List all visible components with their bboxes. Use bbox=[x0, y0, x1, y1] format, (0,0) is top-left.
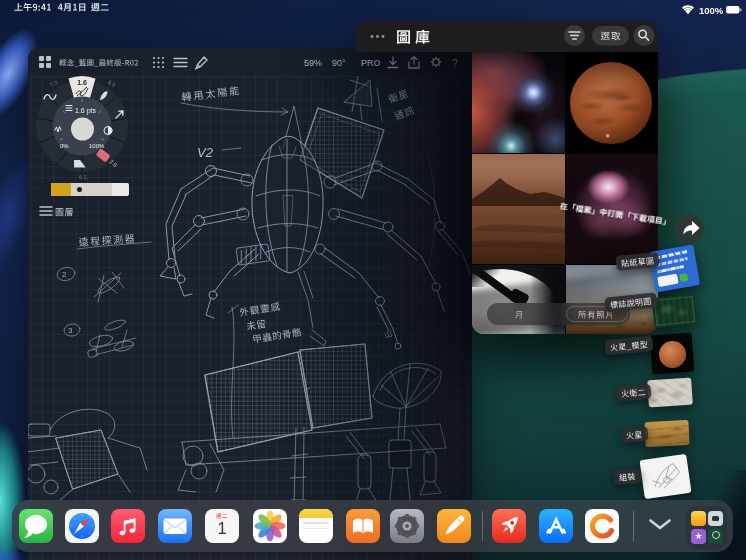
svg-text:2.9: 2.9 bbox=[109, 158, 119, 167]
svg-text:100%: 100% bbox=[89, 143, 105, 149]
svg-text:100%: 100% bbox=[699, 5, 724, 16]
svg-text:7.3: 7.3 bbox=[49, 79, 59, 88]
svg-text:3: 3 bbox=[68, 326, 73, 335]
svg-text:1.6: 1.6 bbox=[77, 79, 87, 86]
svg-text:PRO: PRO bbox=[361, 58, 381, 68]
svg-text:8.5: 8.5 bbox=[107, 79, 117, 88]
svg-text:59%: 59% bbox=[304, 58, 322, 68]
svg-text:1.6 pts: 1.6 pts bbox=[75, 107, 97, 115]
svg-text:?: ? bbox=[452, 57, 458, 69]
svg-text:6.1: 6.1 bbox=[79, 174, 87, 180]
svg-text:0%: 0% bbox=[60, 143, 69, 149]
svg-text:V2: V2 bbox=[197, 145, 214, 160]
svg-text:90°: 90° bbox=[332, 58, 346, 68]
svg-text:2: 2 bbox=[62, 270, 67, 279]
